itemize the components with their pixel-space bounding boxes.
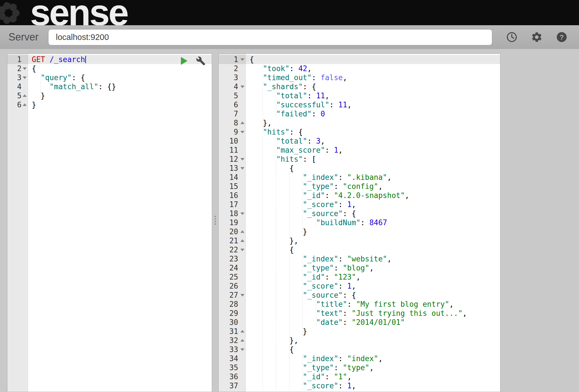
response-editor[interactable]: 1{2"took": 42,3"timed_out": false,4"_sha…: [219, 54, 500, 392]
indent-guide: [250, 218, 263, 227]
settings-icon[interactable]: [531, 31, 543, 43]
code-line[interactable]: 2"took": 42,: [219, 64, 500, 73]
code-line[interactable]: 25"_id": "123",: [219, 272, 500, 282]
indent-guide: [250, 91, 263, 100]
indent-guide: [276, 209, 290, 218]
indent-guide: [263, 263, 276, 272]
code-line[interactable]: 36"_id": "1",: [219, 372, 500, 381]
indent-guide: [250, 127, 263, 137]
code-line[interactable]: 30"date": "2014/01/01": [219, 318, 500, 327]
code-line[interactable]: 12"hits": [: [219, 155, 500, 164]
code-line[interactable]: 5"total": 11,: [219, 91, 500, 100]
fold-up-icon[interactable]: [240, 122, 244, 124]
code-line[interactable]: 16"_id": "4.2.0-snapshot",: [219, 191, 500, 200]
line-number: 15: [219, 182, 246, 191]
code-line[interactable]: 32},: [219, 336, 500, 345]
indent-guide: [263, 227, 276, 236]
indent-guide: [250, 345, 263, 354]
request-editor[interactable]: 1GET /_search2{3"query": {4"match_all": …: [7, 54, 212, 392]
code-line[interactable]: 31}: [219, 327, 500, 336]
indent-guide: [276, 291, 290, 300]
fold-down-icon[interactable]: [240, 167, 244, 170]
fold-down-icon[interactable]: [240, 58, 244, 61]
code-line[interactable]: 14"_index": ".kibana",: [219, 173, 500, 182]
fold-down-icon[interactable]: [240, 249, 244, 251]
indent-guide: [263, 200, 276, 209]
indent-guide: [250, 118, 263, 127]
code-line[interactable]: 17"_score": 1,: [219, 200, 500, 209]
pane-resize-handle[interactable]: [212, 216, 218, 225]
code-line[interactable]: 13{: [219, 164, 500, 173]
indent-guide: [290, 354, 303, 363]
fold-down-icon[interactable]: [240, 86, 244, 88]
fold-up-icon[interactable]: [240, 330, 244, 333]
line-number: 19: [219, 218, 246, 227]
line-number: 12: [219, 155, 246, 164]
code-line[interactable]: 21},: [219, 236, 500, 245]
code-line[interactable]: 4"_shards": {: [219, 82, 500, 91]
run-request-button[interactable]: [181, 57, 187, 65]
code-line[interactable]: 28"title": "My first blog entry",: [219, 300, 500, 309]
fold-down-icon[interactable]: [240, 131, 244, 133]
fold-up-icon[interactable]: [240, 230, 244, 233]
code-line[interactable]: 9"hits": {: [219, 127, 500, 137]
code-line[interactable]: 24"_type": "blog",: [219, 263, 500, 272]
indent-guide: [263, 100, 276, 109]
indent-guide: [290, 263, 303, 272]
code-line[interactable]: 6}: [7, 100, 212, 109]
code-line[interactable]: 37"_score": 1,: [219, 381, 500, 390]
sense-logo-icon: [0, 0, 29, 25]
line-number: 26: [219, 282, 246, 291]
code-line[interactable]: 33{: [219, 345, 500, 354]
code-line[interactable]: 11"max_score": 1,: [219, 146, 500, 155]
code-line[interactable]: 20}: [219, 227, 500, 236]
fold-down-icon[interactable]: [240, 158, 244, 161]
request-pane: 1GET /_search2{3"query": {4"match_all": …: [7, 54, 212, 392]
code-line[interactable]: 27"_source": {: [219, 291, 500, 300]
code-line[interactable]: 15"_type": "config",: [219, 182, 500, 191]
code-line[interactable]: 1{: [219, 55, 500, 64]
fold-down-icon[interactable]: [23, 76, 27, 79]
fold-up-icon[interactable]: [23, 94, 27, 97]
fold-down-icon[interactable]: [240, 294, 244, 297]
help-icon[interactable]: ?: [556, 31, 568, 43]
drag-dot: [215, 221, 216, 222]
code-line[interactable]: 19"buildNum": 8467: [219, 218, 500, 227]
code-line[interactable]: 26"_score": 1,: [219, 282, 500, 291]
fold-up-icon[interactable]: [23, 103, 27, 106]
code-line[interactable]: 6"successful": 11,: [219, 100, 500, 109]
fold-up-icon[interactable]: [240, 339, 244, 342]
code-line[interactable]: 4"match_all": {}: [7, 82, 212, 91]
line-number: 9: [219, 127, 246, 137]
indent-guide: [263, 254, 276, 263]
indent-guide: [290, 272, 303, 282]
indent-guide: [250, 263, 263, 272]
tools-icon[interactable]: [196, 56, 206, 66]
code-line[interactable]: 3"timed_out": false,: [219, 73, 500, 82]
code-line[interactable]: 7"failed": 0: [219, 109, 500, 118]
indent-guide: [250, 245, 263, 254]
code-line[interactable]: 23"_index": "website",: [219, 254, 500, 263]
code-line[interactable]: 22{: [219, 245, 500, 254]
fold-down-icon[interactable]: [240, 212, 244, 215]
indent-guide: [250, 191, 263, 200]
fold-down-icon[interactable]: [240, 348, 244, 351]
code-line[interactable]: 34"_index": "index",: [219, 354, 500, 363]
code-line[interactable]: 18"_source": {: [219, 209, 500, 218]
indent-guide: [290, 227, 303, 236]
line-number: 1: [7, 55, 28, 64]
code-line[interactable]: 5}: [7, 91, 212, 100]
line-number: 1: [219, 55, 246, 64]
indent-guide: [276, 300, 290, 309]
code-line[interactable]: 8},: [219, 118, 500, 127]
indent-guide: [290, 309, 303, 318]
code-line[interactable]: 35"_type": "type",: [219, 363, 500, 372]
code-line[interactable]: 10"total": 3,: [219, 137, 500, 146]
history-icon[interactable]: [506, 31, 518, 43]
code-line[interactable]: 29"text": "Just trying this out...",: [219, 309, 500, 318]
fold-down-icon[interactable]: [23, 67, 27, 70]
fold-up-icon[interactable]: [240, 239, 244, 242]
request-actions: [181, 56, 206, 66]
code-line[interactable]: 3"query": {: [7, 73, 212, 82]
server-input[interactable]: [48, 29, 492, 45]
